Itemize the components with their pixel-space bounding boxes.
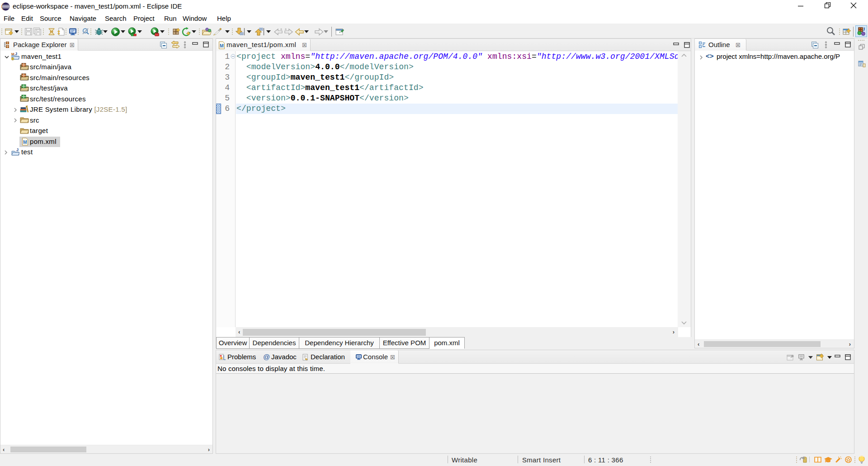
svg-text:M: M (220, 43, 224, 48)
svg-text:M: M (11, 52, 14, 56)
svg-text:J: J (16, 147, 19, 152)
svg-text:!: ! (12, 57, 13, 61)
svg-text:M: M (23, 139, 27, 145)
svg-text:J: J (15, 52, 17, 56)
svg-text:J: J (863, 27, 865, 32)
